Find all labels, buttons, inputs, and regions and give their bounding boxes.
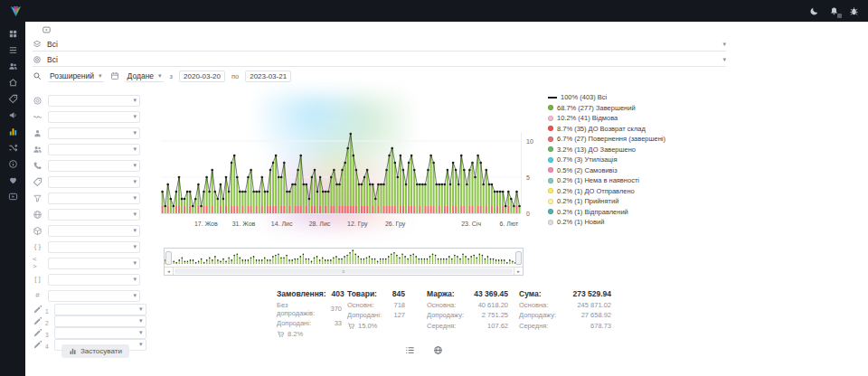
chart-navigator bbox=[164, 248, 524, 276]
apply-button[interactable]: Застосувати bbox=[61, 344, 129, 358]
navigator-left-handle[interactable] bbox=[165, 251, 172, 265]
svg-text:31. Жов: 31. Жов bbox=[232, 221, 256, 227]
legend-item[interactable]: 100% (403) Всі bbox=[548, 94, 722, 101]
chevron-down-icon bbox=[133, 113, 137, 119]
date-field-select[interactable]: Додане bbox=[126, 70, 164, 82]
filter-row: [ ] bbox=[25, 271, 150, 287]
view-toggles bbox=[405, 345, 443, 355]
sidebar-item-customers[interactable] bbox=[8, 61, 18, 71]
phone-icon bbox=[33, 161, 42, 171]
sidebar-item-integrations[interactable] bbox=[8, 143, 18, 153]
moon-icon[interactable] bbox=[809, 6, 819, 16]
stat-sub-label: Допродані: bbox=[347, 311, 382, 319]
orders-daily-chart[interactable]: 051017. Жов31. Жов14. Лис28. Лис12. Гру2… bbox=[161, 90, 542, 235]
chevron-down-icon bbox=[722, 41, 726, 47]
filter-select[interactable] bbox=[48, 144, 140, 155]
sidebar-item-orders[interactable] bbox=[8, 45, 18, 55]
list-view-icon[interactable] bbox=[405, 345, 415, 355]
chevron-down-icon bbox=[133, 97, 137, 103]
date-from-input[interactable]: 2020-03-20 bbox=[179, 70, 225, 82]
sidebar-item-dashboard[interactable] bbox=[8, 29, 18, 39]
date-to-label: по bbox=[231, 72, 239, 80]
date-to-input[interactable]: 2023-03-21 bbox=[245, 70, 291, 82]
sidebar-item-tutorials[interactable] bbox=[8, 192, 18, 202]
legend-label: 68.7% (277) Завершений bbox=[557, 105, 636, 112]
stat-title: Сума: bbox=[519, 289, 542, 298]
navigator-right-handle[interactable] bbox=[515, 251, 522, 265]
custom-field-number: 3 bbox=[45, 332, 49, 338]
legend-item[interactable]: 68.7% (277) Завершений bbox=[548, 105, 722, 112]
cart-icon bbox=[347, 322, 355, 330]
stat-sub-row: 8.2% bbox=[277, 330, 342, 338]
legend-dot-swatch bbox=[548, 178, 553, 183]
sidebar-item-help[interactable] bbox=[8, 159, 18, 169]
legend-item[interactable]: 0.5% (2) Самовивіз bbox=[548, 167, 722, 174]
filter-select[interactable] bbox=[48, 209, 140, 221]
filter-select[interactable] bbox=[54, 304, 146, 315]
stat-column: Товари:845Основні:718Допродані:12715.0% bbox=[347, 289, 405, 330]
stat-sub-label: Допродані: bbox=[277, 319, 311, 327]
legend-item[interactable]: 0.2% (1) Нема в наявності bbox=[548, 177, 722, 184]
filter-select[interactable] bbox=[48, 160, 140, 172]
search-icon[interactable] bbox=[33, 71, 42, 80]
legend-item[interactable]: 3.2% (13) ДО Завершено bbox=[548, 146, 722, 154]
chevron-down-icon bbox=[133, 276, 137, 282]
topbar-actions bbox=[809, 6, 859, 16]
svg-text:12. Гру: 12. Гру bbox=[347, 221, 368, 228]
sidebar-item-store[interactable] bbox=[8, 78, 18, 88]
svg-text:6. Лют: 6. Лют bbox=[500, 221, 519, 227]
sidebar-item-products[interactable] bbox=[8, 94, 18, 104]
scroll-track[interactable] bbox=[174, 268, 514, 275]
filter-select[interactable] bbox=[48, 225, 140, 237]
legend-line-swatch bbox=[548, 97, 557, 99]
bell-icon[interactable] bbox=[829, 6, 839, 16]
scroll-right-icon[interactable] bbox=[514, 268, 523, 275]
braces-icon: { } bbox=[33, 242, 42, 252]
filter-select[interactable] bbox=[48, 176, 140, 188]
status-filter-select[interactable]: Всі bbox=[33, 52, 726, 67]
chevron-down-icon bbox=[133, 211, 137, 217]
stat-column: Маржа:43 369.45Основна:40 618.20Допродаж… bbox=[427, 289, 508, 330]
legend-label: 100% (403) Всі bbox=[561, 94, 607, 101]
sidebar-item-marketing[interactable] bbox=[8, 110, 18, 120]
filter-select[interactable] bbox=[54, 327, 146, 339]
legend-item[interactable]: 0.7% (3) Утилізація bbox=[548, 156, 722, 164]
legend-item[interactable]: 6.7% (27) Повернення (завершені) bbox=[548, 136, 722, 143]
sidebar-item-analytics[interactable] bbox=[8, 127, 18, 136]
filter-select[interactable] bbox=[48, 290, 140, 302]
legend-item[interactable]: 0.2% (1) Прийнятий bbox=[548, 198, 722, 205]
search-mode-select[interactable]: Розширений bbox=[48, 70, 104, 82]
video-tour-icon[interactable] bbox=[41, 25, 52, 34]
scroll-left-icon[interactable] bbox=[165, 268, 174, 275]
legend-item[interactable]: 8.7% (35) ДО Возврат склад bbox=[548, 126, 722, 133]
filter-select[interactable] bbox=[48, 274, 140, 286]
filter-row bbox=[25, 141, 150, 157]
filter-select[interactable] bbox=[48, 95, 140, 107]
angles-icon: < > bbox=[33, 258, 42, 268]
scroll-thumb[interactable] bbox=[175, 268, 513, 274]
legend-item[interactable]: 10.2% (41) Відмова bbox=[548, 115, 722, 122]
legend-label: 0.2% (1) Новий bbox=[557, 219, 604, 226]
sidebar-item-partners[interactable] bbox=[8, 175, 18, 185]
legend-item[interactable]: 0.2% (1) Відправлений bbox=[548, 209, 722, 216]
filter-select[interactable] bbox=[54, 315, 146, 327]
stat-sub-row: Допродажу:2 751.25 bbox=[427, 311, 508, 319]
filter-select[interactable] bbox=[48, 193, 140, 204]
filter-select[interactable] bbox=[48, 258, 140, 269]
stat-sub-row: Без допродажів:370 bbox=[277, 301, 342, 317]
filter-select[interactable] bbox=[48, 241, 140, 253]
stat-sub-label: Середня: bbox=[519, 322, 548, 330]
legend-item[interactable]: 0.2% (1) Новий bbox=[548, 219, 722, 226]
legend-item[interactable]: 0.2% (1) ДО Отправлено bbox=[548, 188, 722, 195]
legend-label: 0.2% (1) ДО Отправлено bbox=[557, 188, 635, 195]
globe-view-icon[interactable] bbox=[433, 345, 443, 355]
source-filter-select[interactable]: Всі bbox=[33, 37, 726, 52]
legend-label: 0.5% (2) Самовивіз bbox=[557, 167, 618, 174]
app-logo-icon[interactable] bbox=[9, 5, 23, 18]
bug-icon[interactable] bbox=[849, 6, 859, 16]
pencil-icon bbox=[33, 305, 42, 315]
globe-icon bbox=[33, 210, 42, 220]
filter-select[interactable] bbox=[48, 127, 140, 139]
filter-select[interactable] bbox=[48, 111, 140, 123]
legend-dot-swatch bbox=[548, 126, 553, 131]
